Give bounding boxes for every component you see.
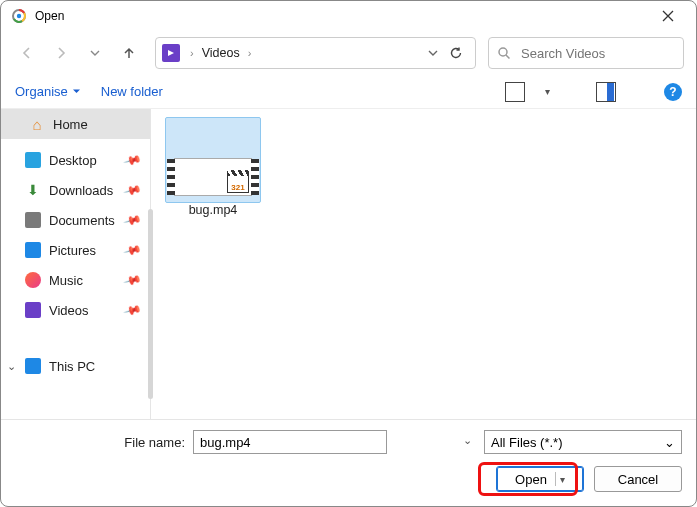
sidebar-item-videos[interactable]: Videos 📌	[1, 295, 150, 325]
pin-icon: 📌	[123, 150, 143, 170]
preview-pane-button[interactable]	[596, 82, 616, 102]
file-name: bug.mp4	[165, 203, 261, 217]
chevron-down-icon[interactable]: ⌄	[7, 360, 16, 373]
filename-label: File name:	[15, 435, 185, 450]
sidebar-item-documents[interactable]: Documents 📌	[1, 205, 150, 235]
sidebar-item-thispc[interactable]: ⌄ This PC	[1, 351, 150, 381]
back-button[interactable]	[13, 39, 41, 67]
svg-point-1	[17, 14, 21, 18]
address-bar[interactable]: › Videos ›	[155, 37, 476, 69]
thispc-icon	[25, 358, 41, 374]
sidebar-item-desktop[interactable]: Desktop 📌	[1, 145, 150, 175]
pin-icon: 📌	[123, 210, 143, 230]
sidebar-item-label: Videos	[49, 303, 89, 318]
pictures-icon	[25, 242, 41, 258]
sidebar-item-downloads[interactable]: ⬇ Downloads 📌	[1, 175, 150, 205]
dialog-title: Open	[35, 9, 646, 23]
nav-row: › Videos ›	[1, 31, 696, 75]
titlebar: Open	[1, 1, 696, 31]
videos-icon	[25, 302, 41, 318]
forward-button[interactable]	[47, 39, 75, 67]
search-icon	[497, 46, 511, 60]
filename-input[interactable]	[193, 430, 387, 454]
filename-dropdown[interactable]: ⌄	[463, 434, 472, 447]
recent-dropdown[interactable]	[81, 39, 109, 67]
sidebar-item-music[interactable]: Music 📌	[1, 265, 150, 295]
cancel-button[interactable]: Cancel	[594, 466, 682, 492]
filetype-filter[interactable]: All Files (*.*) ⌄	[484, 430, 682, 454]
sidebar-item-label: This PC	[49, 359, 95, 374]
chevron-right-icon: ›	[244, 47, 256, 59]
chevron-down-icon: ⌄	[664, 435, 675, 450]
clapper-icon: 321	[227, 175, 249, 193]
sidebar-item-pictures[interactable]: Pictures 📌	[1, 235, 150, 265]
sidebar-item-label: Pictures	[49, 243, 96, 258]
breadcrumb-videos[interactable]: Videos	[198, 44, 244, 62]
dialog-footer: File name: ⌄ All Files (*.*) ⌄ Open ▾ Ca…	[1, 419, 696, 506]
organise-label: Organise	[15, 84, 68, 99]
pin-icon: 📌	[123, 270, 143, 290]
sidebar-item-label: Documents	[49, 213, 115, 228]
view-mode-button[interactable]	[505, 82, 525, 102]
pin-icon: 📌	[123, 180, 143, 200]
address-dropdown[interactable]	[423, 47, 443, 59]
svg-point-2	[499, 48, 507, 56]
video-thumbnail-icon: 321	[174, 158, 252, 196]
downloads-icon: ⬇	[25, 182, 41, 198]
sidebar-item-label: Desktop	[49, 153, 97, 168]
sidebar-scrollbar[interactable]	[148, 209, 153, 399]
refresh-button[interactable]	[443, 46, 469, 60]
sidebar: ⌂ Home Desktop 📌 ⬇ Downloads 📌 Documents…	[1, 109, 151, 419]
file-list[interactable]: 321 bug.mp4	[151, 109, 696, 419]
videos-folder-icon	[162, 44, 180, 62]
chevron-down-icon[interactable]: ▾	[560, 474, 565, 485]
open-button-label: Open	[515, 472, 547, 487]
toolbar: Organise New folder ▾ ?	[1, 75, 696, 109]
up-button[interactable]	[115, 39, 143, 67]
filetype-filter-label: All Files (*.*)	[491, 435, 563, 450]
open-button[interactable]: Open ▾	[496, 466, 584, 492]
desktop-icon	[25, 152, 41, 168]
pin-icon: 📌	[123, 300, 143, 320]
dialog-body: ⌂ Home Desktop 📌 ⬇ Downloads 📌 Documents…	[1, 109, 696, 419]
cancel-button-label: Cancel	[618, 472, 658, 487]
chevron-right-icon: ›	[186, 47, 198, 59]
app-icon	[11, 8, 27, 24]
chevron-down-icon	[72, 87, 81, 96]
music-icon	[25, 272, 41, 288]
search-box[interactable]	[488, 37, 684, 69]
sidebar-item-label: Music	[49, 273, 83, 288]
home-icon: ⌂	[29, 116, 45, 132]
pin-icon: 📌	[123, 240, 143, 260]
organise-button[interactable]: Organise	[15, 84, 81, 99]
search-input[interactable]	[519, 45, 675, 62]
sidebar-item-label: Home	[53, 117, 88, 132]
close-button[interactable]	[646, 1, 690, 31]
view-mode-dropdown[interactable]: ▾	[545, 86, 550, 97]
documents-icon	[25, 212, 41, 228]
file-thumbnail: 321	[165, 117, 261, 203]
sidebar-item-home[interactable]: ⌂ Home	[1, 109, 150, 139]
file-item[interactable]: 321 bug.mp4	[165, 117, 261, 217]
new-folder-button[interactable]: New folder	[101, 84, 163, 99]
help-button[interactable]: ?	[664, 83, 682, 101]
sidebar-item-label: Downloads	[49, 183, 113, 198]
